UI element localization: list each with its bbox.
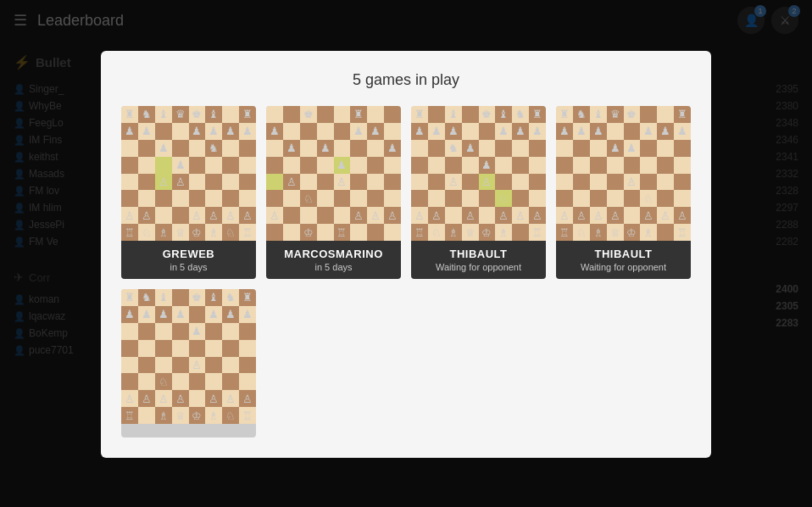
player-name-1: GREWEB	[125, 248, 253, 260]
chess-board-1: ♜♞♝♛♚♝♜♟♟♟♟♟♟♟♞♟♙♙♙♙♙♙♙♙♖♘♗♕♔♗♘♖	[121, 106, 256, 241]
game-info-4: THIBAULT Waiting for opponent	[556, 241, 691, 279]
game-info-3: THIBAULT Waiting for opponent	[411, 241, 546, 279]
game-info-5	[121, 424, 256, 437]
games-modal: 5 games in play ♜♞♝♛♚♝♜♟♟♟♟♟♟♟♞♟♙♙♙♙♙♙♙♙…	[101, 51, 711, 458]
games-grid-row2: ♜♞♝♚♝♞♜♟♟♟♟♟♟♟♟♙♘♙♙♙♙♙♙♙♖♗♕♔♗♘♖	[121, 289, 691, 437]
player-name-2: MARCOSMARINO	[270, 248, 398, 260]
game-card-1[interactable]: ♜♞♝♛♚♝♜♟♟♟♟♟♟♟♞♟♙♙♙♙♙♙♙♙♖♘♗♕♔♗♘♖ GREWEB …	[121, 106, 256, 279]
game-card-4[interactable]: ♜♞♝♛♚♜♟♟♟♟♟♟♟♟♙♘♙♙♙♙♙♙♙♖♘♗♕♔♗♖ THIBAULT …	[556, 106, 691, 279]
empty-slot-3	[556, 289, 691, 437]
modal-title: 5 games in play	[121, 71, 691, 89]
game-status-4: Waiting for opponent	[559, 262, 687, 272]
game-card-5[interactable]: ♜♞♝♚♝♞♜♟♟♟♟♟♟♟♟♙♘♙♙♙♙♙♙♙♖♗♕♔♗♘♖	[121, 289, 256, 437]
game-card-3[interactable]: ♜♝♚♝♞♜♟♟♟♟♟♟♞♟♟♙♙♘♙♙♙♙♙♙♖♘♗♕♔♗♖ THIBAULT…	[411, 106, 546, 279]
game-card-2[interactable]: ♚♜♟♟♟♟♟♟♟♙♙♘♙♙♙♙♔♖ MARCOSMARINO in 5 day…	[266, 106, 401, 279]
player-name-3: THIBAULT	[414, 248, 542, 260]
game-status-1: in 5 days	[125, 262, 253, 272]
chess-board-4: ♜♞♝♛♚♜♟♟♟♟♟♟♟♟♙♘♙♙♙♙♙♙♙♖♘♗♕♔♗♖	[556, 106, 691, 241]
game-status-3: Waiting for opponent	[414, 262, 542, 272]
chess-board-3: ♜♝♚♝♞♜♟♟♟♟♟♟♞♟♟♙♙♘♙♙♙♙♙♙♖♘♗♕♔♗♖	[411, 106, 546, 241]
empty-slot-1	[266, 289, 401, 437]
game-info-2: MARCOSMARINO in 5 days	[266, 241, 401, 279]
game-status-2: in 5 days	[270, 262, 398, 272]
game-info-1: GREWEB in 5 days	[121, 241, 256, 279]
chess-board-5: ♜♞♝♚♝♞♜♟♟♟♟♟♟♟♟♙♘♙♙♙♙♙♙♙♖♗♕♔♗♘♖	[121, 289, 256, 424]
empty-slot-2	[411, 289, 546, 437]
player-name-4: THIBAULT	[559, 248, 687, 260]
modal-overlay[interactable]: 5 games in play ♜♞♝♛♚♝♜♟♟♟♟♟♟♟♞♟♙♙♙♙♙♙♙♙…	[0, 0, 812, 507]
chess-board-2: ♚♜♟♟♟♟♟♟♟♙♙♘♙♙♙♙♔♖	[266, 106, 401, 241]
games-grid: ♜♞♝♛♚♝♜♟♟♟♟♟♟♟♞♟♙♙♙♙♙♙♙♙♖♘♗♕♔♗♘♖ GREWEB …	[121, 106, 691, 279]
